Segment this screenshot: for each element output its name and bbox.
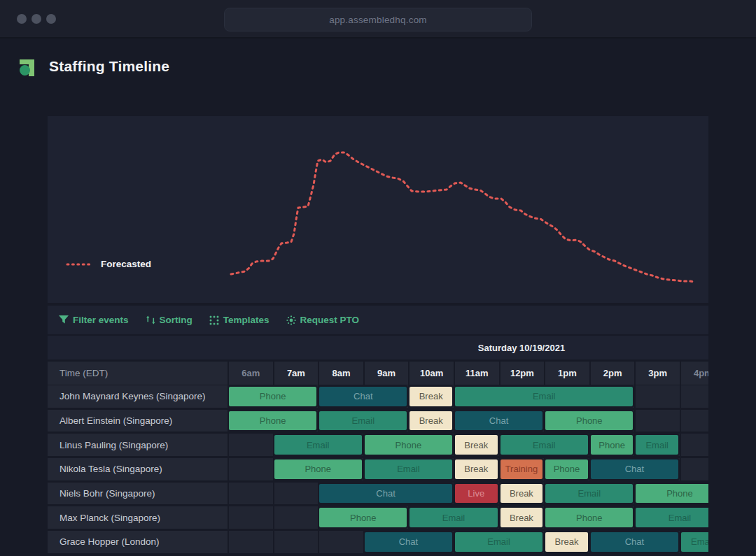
schedule-event-chat[interactable]: Chat bbox=[589, 458, 680, 480]
empty-hour-cell[interactable] bbox=[681, 410, 708, 432]
row-hour-cells: ChatLiveBreakEmailPhone bbox=[229, 483, 708, 505]
logo-shape bbox=[20, 65, 30, 76]
agent-name: Max Planck (Singapore) bbox=[48, 506, 227, 529]
assembled-logo-icon bbox=[20, 59, 34, 76]
row-hour-cells: PhoneEmailBreakPhoneEmail bbox=[229, 506, 708, 529]
window-control-dot[interactable] bbox=[46, 14, 56, 24]
schedule-event-chat[interactable]: Chat bbox=[454, 410, 544, 432]
hour-headers: 6am7am8am9am10am11am12pm1pm2pm3pm4pm bbox=[229, 362, 708, 385]
agent-name: Niels Bohr (Singapore) bbox=[48, 483, 227, 505]
schedule-event-phone[interactable]: Phone bbox=[363, 434, 454, 456]
schedule-event-break[interactable]: Break bbox=[544, 531, 589, 553]
hour-header-8am: 8am bbox=[319, 362, 363, 385]
filter-icon bbox=[59, 315, 69, 325]
empty-hour-cell[interactable] bbox=[274, 531, 318, 553]
schedule-event-phone[interactable]: Phone bbox=[273, 458, 363, 480]
toolbar-button-label: Templates bbox=[223, 315, 270, 325]
empty-hour-cell[interactable] bbox=[636, 385, 680, 408]
empty-hour-cell[interactable] bbox=[681, 385, 708, 408]
url-bar[interactable]: app.assembledhq.com bbox=[224, 8, 532, 31]
agent-name: Linus Pauling (Singapore) bbox=[48, 434, 227, 456]
empty-hour-cell[interactable] bbox=[681, 434, 708, 456]
empty-hour-cell[interactable] bbox=[319, 531, 363, 553]
empty-hour-cell[interactable] bbox=[229, 434, 273, 456]
schedule-event-break[interactable]: Break bbox=[454, 458, 499, 480]
schedule-event-phone[interactable]: Phone bbox=[229, 410, 318, 432]
agent-name: Nikola Tesla (Singapore) bbox=[48, 458, 227, 480]
schedule-event-phone[interactable]: Phone bbox=[544, 458, 589, 480]
agent-name: Grace Hopper (London) bbox=[48, 531, 227, 553]
row-hour-cells: PhoneChatBreakEmail bbox=[229, 385, 708, 408]
empty-hour-cell[interactable] bbox=[681, 458, 708, 480]
schedule-event-phone[interactable]: Phone bbox=[229, 385, 318, 408]
hour-header-11am: 11am bbox=[455, 362, 499, 385]
schedule-event-break[interactable]: Break bbox=[454, 434, 499, 456]
schedule-event-phone[interactable]: Phone bbox=[634, 483, 708, 505]
dotted-grid-icon bbox=[209, 315, 219, 325]
window-controls bbox=[17, 14, 56, 24]
schedule-event-email[interactable]: Email bbox=[408, 506, 498, 529]
request-pto-button[interactable]: Request PTO bbox=[286, 315, 360, 325]
schedule-event-chat[interactable]: Chat bbox=[363, 531, 454, 553]
empty-hour-cell[interactable] bbox=[229, 531, 273, 553]
hour-header-4pm: 4pm bbox=[681, 362, 708, 385]
schedule-event-break[interactable]: Break bbox=[408, 385, 454, 408]
table-row: Linus Pauling (Singapore)EmailPhoneBreak… bbox=[48, 434, 708, 456]
schedule-event-email[interactable]: Email bbox=[318, 410, 408, 432]
schedule-event-training[interactable]: Training bbox=[499, 458, 545, 480]
templates-button[interactable]: Templates bbox=[209, 315, 270, 325]
dotted-sun-icon bbox=[286, 315, 296, 325]
browser-chrome: app.assembledhq.com bbox=[0, 0, 756, 38]
table-row: Nikola Tesla (Singapore)PhoneEmailBreakT… bbox=[48, 458, 708, 480]
empty-hour-cell[interactable] bbox=[636, 410, 680, 432]
schedule-toolbar: Filter eventsSortingTemplatesRequest PTO bbox=[48, 306, 708, 334]
empty-hour-cell[interactable] bbox=[274, 506, 318, 529]
schedule-event-email[interactable]: Email bbox=[499, 434, 589, 456]
table-row: Max Planck (Singapore)PhoneEmailBreakPho… bbox=[48, 506, 708, 529]
grid-header: Time (EDT) 6am7am8am9am10am11am12pm1pm2p… bbox=[48, 362, 708, 385]
schedule-event-break[interactable]: Break bbox=[499, 506, 545, 529]
schedule-event-email[interactable]: Email bbox=[634, 506, 708, 529]
table-row: Niels Bohr (Singapore)ChatLiveBreakEmail… bbox=[48, 483, 708, 505]
time-column-header: Time (EDT) bbox=[48, 362, 227, 385]
sort-arrows-icon bbox=[146, 315, 155, 325]
table-row: John Maynard Keynes (Singapore)PhoneChat… bbox=[48, 385, 708, 408]
schedule-event-email[interactable]: Email bbox=[454, 531, 544, 553]
schedule-event-phone[interactable]: Phone bbox=[544, 506, 634, 529]
window-control-dot[interactable] bbox=[17, 14, 27, 24]
legend-label: Forecasted bbox=[101, 259, 151, 269]
agent-name: John Maynard Keynes (Singapore) bbox=[48, 385, 227, 408]
schedule-event-live[interactable]: Live bbox=[454, 483, 499, 505]
empty-hour-cell[interactable] bbox=[229, 483, 273, 505]
schedule-event-break[interactable]: Break bbox=[408, 410, 454, 432]
schedule-event-email[interactable]: Email bbox=[454, 385, 634, 408]
empty-hour-cell[interactable] bbox=[274, 483, 318, 505]
toolbar-button-label: Request PTO bbox=[300, 315, 360, 325]
app-header: Staffing Timeline bbox=[0, 38, 756, 87]
date-label: Saturday 10/19/2021 bbox=[478, 343, 565, 353]
schedule-event-chat[interactable]: Chat bbox=[589, 531, 680, 553]
filter-events-button[interactable]: Filter events bbox=[59, 315, 129, 325]
schedule-event-chat[interactable]: Chat bbox=[318, 385, 408, 408]
toolbar-button-label: Sorting bbox=[160, 315, 192, 325]
table-row: Albert Einstein (Singapore)PhoneEmailBre… bbox=[48, 410, 708, 432]
window-control-dot[interactable] bbox=[31, 14, 41, 24]
schedule-event-phone[interactable]: Phone bbox=[318, 506, 408, 529]
schedule-event-email[interactable]: Email bbox=[634, 434, 680, 456]
schedule-event-email[interactable]: Email bbox=[680, 531, 708, 553]
row-hour-cells: ChatEmailBreakChatEmail bbox=[229, 531, 708, 553]
empty-hour-cell[interactable] bbox=[229, 506, 273, 529]
forecast-legend-swatch-icon bbox=[66, 262, 92, 266]
schedule-event-break[interactable]: Break bbox=[499, 483, 545, 505]
schedule-event-email[interactable]: Email bbox=[363, 458, 454, 480]
empty-hour-cell[interactable] bbox=[229, 458, 273, 480]
schedule-event-chat[interactable]: Chat bbox=[318, 483, 454, 505]
schedule-event-email[interactable]: Email bbox=[273, 434, 363, 456]
table-row: Grace Hopper (London)ChatEmailBreakChatE… bbox=[48, 531, 708, 553]
sorting-button[interactable]: Sorting bbox=[146, 315, 192, 325]
schedule-event-phone[interactable]: Phone bbox=[589, 434, 635, 456]
page-title: Staffing Timeline bbox=[49, 58, 169, 75]
hour-header-1pm: 1pm bbox=[545, 362, 589, 385]
schedule-event-email[interactable]: Email bbox=[544, 483, 634, 505]
schedule-event-phone[interactable]: Phone bbox=[544, 410, 634, 432]
